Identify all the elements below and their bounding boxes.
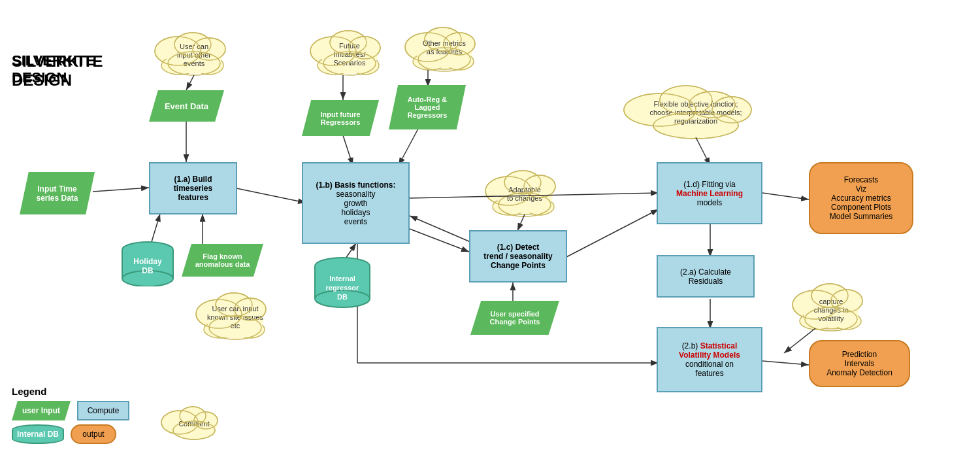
svg-text:DB: DB [337, 293, 348, 301]
svg-point-16 [349, 37, 380, 59]
user-specified-change-points-label: User specifiedChange Points [489, 310, 540, 326]
legend-compute: Compute [77, 401, 129, 420]
calculate-residuals-label: (2.a) CalculateResiduals [680, 267, 731, 286]
legend-internal-db: Internal DB [12, 424, 64, 444]
svg-line-123 [566, 209, 659, 257]
svg-point-20 [321, 37, 378, 74]
svg-point-66 [524, 175, 555, 197]
svg-point-78 [660, 86, 712, 114]
svg-line-120 [410, 216, 470, 242]
svg-point-42 [216, 293, 252, 316]
svg-point-25 [330, 31, 367, 54]
svg-text:Holiday: Holiday [133, 257, 162, 266]
svg-text:User can: User can [180, 43, 208, 50]
svg-line-122 [517, 214, 525, 231]
svg-line-121 [410, 193, 659, 198]
prediction-intervals-node: PredictionIntervalsAnomaly Detection [809, 340, 910, 387]
svg-point-64 [485, 177, 531, 205]
svg-point-11 [174, 33, 211, 56]
svg-point-38 [425, 27, 461, 51]
svg-point-3 [168, 48, 220, 72]
svg-point-56 [504, 171, 541, 194]
svg-point-39 [444, 33, 475, 55]
legend-row-2: Internal DB output [12, 424, 162, 444]
fitting-ml-label: (1.d) Fitting viaMachine Learningmodels [676, 180, 743, 207]
cloud-flexible-objective: Flexible objective function; choose inte… [624, 86, 751, 139]
svg-text:input other: input other [177, 51, 211, 59]
svg-point-0 [155, 37, 201, 65]
svg-line-114 [343, 135, 353, 165]
svg-text:DB: DB [142, 266, 154, 275]
svg-point-13 [168, 52, 220, 75]
svg-point-95 [805, 307, 857, 331]
svg-point-52 [216, 293, 252, 316]
svg-point-33 [445, 53, 474, 70]
holiday-db-node: Holiday DB [121, 241, 174, 286]
svg-point-32 [413, 53, 447, 70]
svg-line-112 [237, 188, 306, 203]
svg-text:Scenarios: Scenarios [334, 59, 366, 67]
svg-point-87 [832, 313, 861, 330]
cloud-adaptable-changes: Adaptable to changes [485, 171, 555, 216]
svg-line-107 [93, 188, 149, 192]
svg-point-37 [405, 33, 451, 61]
input-time-series-label: Input Time series Data [36, 184, 78, 203]
svg-line-128 [762, 361, 809, 365]
svg-point-100 [171, 411, 218, 437]
svg-point-4 [161, 56, 198, 75]
legend-title: Legend [12, 386, 162, 397]
svg-point-85 [805, 305, 857, 329]
svg-point-27 [323, 52, 376, 75]
svg-point-46 [236, 321, 265, 338]
build-features-node: (1.a) Buildtimeseriesfeatures [149, 162, 237, 214]
svg-point-96 [161, 411, 198, 434]
auto-reg-lagged-label: Auto-Reg &LaggedRegressors [408, 95, 448, 119]
svg-point-1 [174, 33, 211, 56]
legend-row-1: user Input Compute [12, 401, 162, 420]
svg-line-118 [410, 229, 469, 252]
flag-anomalous-label: Flag knownanomalous data [195, 252, 250, 268]
svg-point-2 [193, 38, 225, 60]
svg-point-79 [689, 92, 735, 118]
svg-point-59 [493, 198, 527, 215]
svg-point-34 [416, 34, 472, 68]
svg-text:events: events [184, 60, 205, 67]
detect-change-points-node: (1.c) Detecttrend / seasonalityChange Po… [469, 230, 567, 282]
svg-point-24 [310, 37, 356, 65]
cloud-future-initiatives: Future Initiatives/ Scenarios [310, 31, 380, 75]
svg-point-5 [195, 56, 223, 75]
svg-point-102 [161, 411, 198, 434]
legend-output: output [71, 424, 116, 444]
svg-point-81 [653, 112, 738, 139]
svg-point-41 [196, 299, 242, 328]
svg-point-19 [350, 56, 379, 75]
svg-point-83 [811, 284, 848, 307]
detect-change-points-label: (1.c) Detecttrend / seasonalityChange Po… [483, 243, 552, 270]
svg-text:regularization: regularization [674, 117, 717, 125]
flag-anomalous-node: Flag knownanomalous data [182, 244, 263, 277]
basis-functions-label: (1.b) Basis functions:seasonalitygrowthh… [316, 180, 395, 226]
svg-point-6 [166, 37, 222, 74]
input-future-regressors-node: Input futureRegressors [302, 100, 379, 136]
cloud-capture-volatility: capture changes in volatility [792, 284, 862, 331]
diagram: SILVERKITEDESIGN User can input other ev… [0, 0, 980, 461]
svg-point-18 [318, 56, 351, 75]
internal-regressor-db-node: Internal regressor DB [314, 256, 371, 309]
svg-point-84 [831, 290, 862, 312]
svg-text:to changes: to changes [507, 194, 542, 202]
svg-point-82 [792, 290, 838, 319]
cloud-other-metrics: Other metrics as features [405, 27, 475, 71]
svg-text:Adaptable: Adaptable [508, 186, 541, 194]
svg-point-77 [624, 94, 696, 126]
cloud-user-input-events: User can input other events [155, 33, 225, 75]
legend-output-label: output [82, 430, 104, 439]
svg-point-43 [235, 298, 266, 320]
prediction-intervals-label: PredictionIntervalsAnomaly Detection [826, 350, 892, 377]
svg-point-68 [624, 94, 696, 126]
forecasts-output-node: ForecastsVizAccuracy metricsComponent Pl… [809, 162, 913, 234]
svg-text:Other metrics: Other metrics [423, 39, 466, 47]
page-title: SILVERKITEDESIGN [12, 52, 103, 90]
svg-point-58 [498, 191, 551, 214]
legend-compute-label: Compute [88, 406, 120, 415]
statistical-volatility-node: (2.b) StatisticalVolatility Modelscondit… [657, 327, 762, 392]
